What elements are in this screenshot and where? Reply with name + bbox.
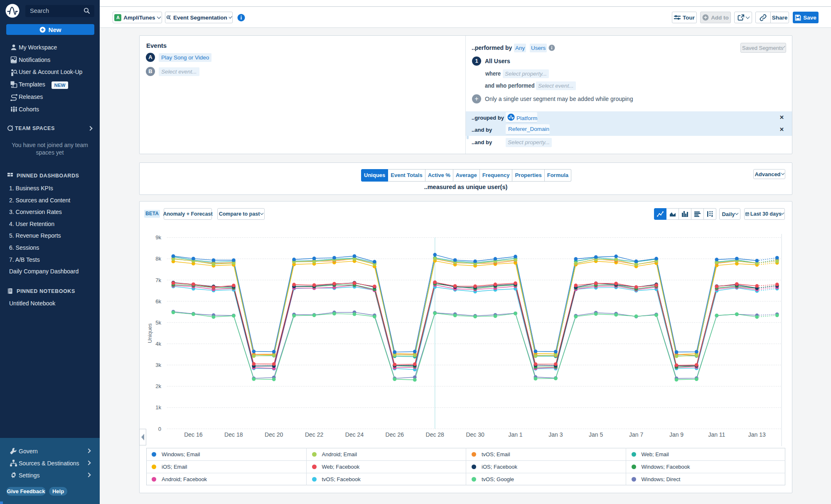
svg-text:5k: 5k xyxy=(155,320,161,326)
svg-text:Dec 20: Dec 20 xyxy=(265,431,283,438)
svg-text:Dec 24: Dec 24 xyxy=(345,431,364,438)
svg-text:Jan 5: Jan 5 xyxy=(589,431,603,438)
svg-text:8k: 8k xyxy=(155,256,161,262)
svg-text:Jan 3: Jan 3 xyxy=(548,431,563,438)
svg-text:7k: 7k xyxy=(155,277,161,283)
svg-text:Jan 11: Jan 11 xyxy=(708,431,725,438)
svg-text:Uniques: Uniques xyxy=(147,323,153,343)
svg-text:Jan 1: Jan 1 xyxy=(508,431,522,438)
svg-text:Jan 13: Jan 13 xyxy=(748,431,766,438)
svg-text:6k: 6k xyxy=(155,298,161,305)
svg-text:Dec 18: Dec 18 xyxy=(224,431,243,438)
svg-text:Dec 26: Dec 26 xyxy=(386,431,404,438)
svg-text:Dec 16: Dec 16 xyxy=(184,431,203,438)
svg-text:3k: 3k xyxy=(155,362,161,368)
svg-text:Dec 22: Dec 22 xyxy=(305,431,324,438)
svg-text:Dec 28: Dec 28 xyxy=(426,431,445,438)
svg-text:4k: 4k xyxy=(155,341,161,347)
svg-text:9k: 9k xyxy=(155,234,161,241)
svg-text:1k: 1k xyxy=(155,404,161,411)
svg-text:Dec 30: Dec 30 xyxy=(466,431,484,438)
svg-text:2k: 2k xyxy=(155,383,161,389)
svg-text:0: 0 xyxy=(158,426,161,432)
svg-text:Jan 7: Jan 7 xyxy=(629,431,643,438)
svg-text:Jan 9: Jan 9 xyxy=(669,431,683,438)
